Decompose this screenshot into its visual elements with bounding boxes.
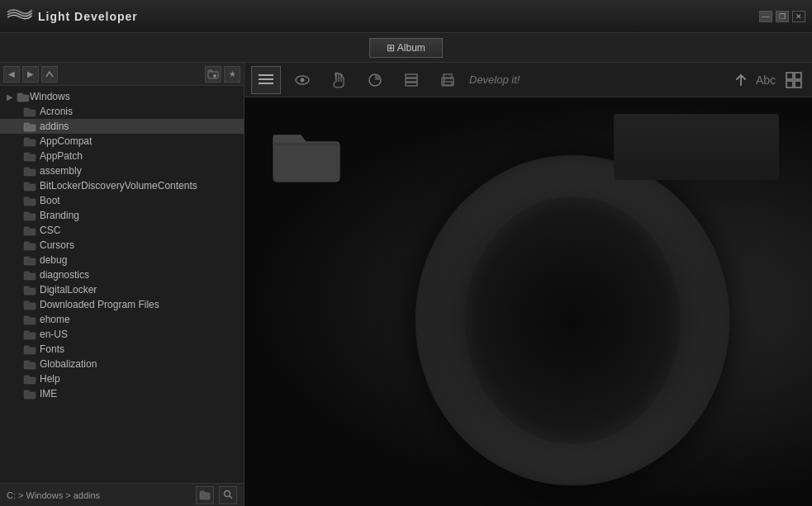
restore-button[interactable]: ❐: [776, 11, 789, 22]
tree-item[interactable]: Boot: [0, 193, 244, 208]
tree-item[interactable]: ehome: [0, 312, 244, 327]
nav-bar: ◀ ▶ ★: [0, 63, 244, 86]
tree-label: DigitalLocker: [40, 284, 97, 296]
tree-item[interactable]: addins: [0, 119, 244, 134]
folder-icon: [23, 196, 36, 206]
tree-item[interactable]: AppPatch: [0, 149, 244, 163]
file-tree[interactable]: ▶ Windows Acronis addins AppCompat: [0, 86, 244, 483]
hand-button[interactable]: [324, 66, 354, 94]
svg-rect-14: [444, 82, 452, 85]
tree-label: Globalization: [40, 358, 97, 370]
right-toolbar: Develop it! Abc: [245, 63, 812, 97]
list-view-button[interactable]: [251, 66, 281, 94]
tree-item[interactable]: Downloaded Program Files: [0, 297, 244, 312]
folder-icon: [23, 300, 36, 310]
folder-icon: [23, 151, 36, 162]
right-panel: Develop it! Abc: [245, 63, 812, 506]
tree-item[interactable]: diagnostics: [0, 267, 244, 282]
up-button[interactable]: [41, 66, 58, 83]
folder-icon: [23, 106, 36, 117]
tree-label: AppCompat: [40, 135, 92, 147]
svg-rect-10: [406, 78, 417, 82]
eye-button[interactable]: [287, 66, 317, 94]
minimize-button[interactable]: —: [759, 11, 772, 22]
svg-line-2: [229, 496, 232, 499]
tree-item[interactable]: debug: [0, 253, 244, 267]
folder-button[interactable]: [196, 486, 214, 504]
status-path: C: > Windows > addins: [7, 490, 191, 500]
tree-item[interactable]: Branding: [0, 208, 244, 223]
abc-label: Abc: [756, 73, 776, 87]
tree-label: addins: [40, 121, 69, 132]
close-button[interactable]: ✕: [792, 11, 805, 22]
album-button[interactable]: ⊞ Album: [369, 38, 443, 58]
tree-item[interactable]: DigitalLocker: [0, 282, 244, 297]
tree-item[interactable]: Acronis: [0, 104, 244, 119]
folder-icon: [23, 210, 36, 221]
folder-icon: [23, 121, 36, 132]
svg-rect-0: [208, 72, 218, 78]
tree-item[interactable]: BitLockerDiscoveryVolumeContents: [0, 178, 244, 193]
folder-icon: [23, 181, 36, 192]
tree-label: BitLockerDiscoveryVolumeContents: [40, 180, 197, 192]
app-logo-icon: [7, 5, 33, 28]
forward-button[interactable]: ▶: [22, 66, 39, 83]
right-meta: Abc: [733, 69, 805, 92]
back-button[interactable]: ◀: [3, 66, 20, 83]
tree-item[interactable]: en-US: [0, 327, 244, 342]
title-bar: Light Developer — ❐ ✕: [0, 0, 812, 33]
folder-icon: [23, 344, 36, 355]
stack-button[interactable]: [397, 66, 426, 94]
folder-icon: [23, 389, 36, 400]
new-folder-button[interactable]: [205, 66, 221, 83]
tree-label: CSC: [40, 225, 60, 236]
camera-body: [267, 114, 779, 506]
tree-item[interactable]: AppCompat: [0, 134, 244, 149]
tree-label: Cursors: [40, 239, 74, 251]
svg-rect-3: [259, 74, 273, 76]
svg-rect-9: [406, 83, 417, 86]
svg-rect-5: [259, 83, 273, 84]
tree-label: Fonts: [40, 343, 64, 355]
arrow-up-button[interactable]: [733, 72, 749, 88]
app-title: Light Developer: [38, 10, 138, 23]
folder-icon: [23, 225, 36, 236]
tree-item[interactable]: Cursors: [0, 238, 244, 253]
svg-rect-17: [795, 73, 801, 79]
tree-item[interactable]: assembly: [0, 163, 244, 178]
svg-point-1: [224, 491, 230, 497]
main-layout: ◀ ▶ ★ ▶: [0, 63, 812, 506]
folder-icon: [23, 374, 36, 385]
left-panel: ◀ ▶ ★ ▶: [0, 63, 245, 506]
grid-view-button[interactable]: [782, 69, 805, 92]
tree-item[interactable]: IME: [0, 386, 244, 401]
tree-item-windows[interactable]: ▶ Windows: [0, 89, 244, 104]
folder-icon: [23, 240, 36, 251]
tree-label: en-US: [40, 329, 68, 340]
bookmark-button[interactable]: ★: [224, 66, 240, 83]
folder-icon: [23, 329, 36, 340]
tree-item[interactable]: Fonts: [0, 342, 244, 357]
status-bar: C: > Windows > addins: [0, 483, 244, 506]
tree-label: Help: [40, 373, 60, 385]
folder-icon: [23, 166, 36, 177]
tree-item[interactable]: Help: [0, 371, 244, 386]
tree-label: assembly: [40, 165, 82, 177]
tree-item[interactable]: CSC: [0, 223, 244, 238]
develop-label: Develop it!: [469, 73, 520, 86]
folder-icon: [23, 270, 36, 281]
tree-item[interactable]: Globalization: [0, 357, 244, 371]
tree-label: Acronis: [40, 106, 73, 117]
svg-rect-16: [786, 73, 793, 79]
folder-icon: [23, 359, 36, 370]
tree-label: Downloaded Program Files: [40, 299, 159, 310]
color-button[interactable]: [360, 66, 390, 94]
search-button[interactable]: [219, 486, 237, 504]
svg-point-7: [301, 78, 305, 82]
window-controls: — ❐ ✕: [759, 11, 805, 22]
toolbar: ⊞ Album: [0, 33, 812, 63]
lens-inner: [465, 196, 680, 444]
print-button[interactable]: [433, 66, 463, 94]
tree-label: Windows: [30, 91, 70, 102]
folder-icon: [23, 314, 36, 325]
